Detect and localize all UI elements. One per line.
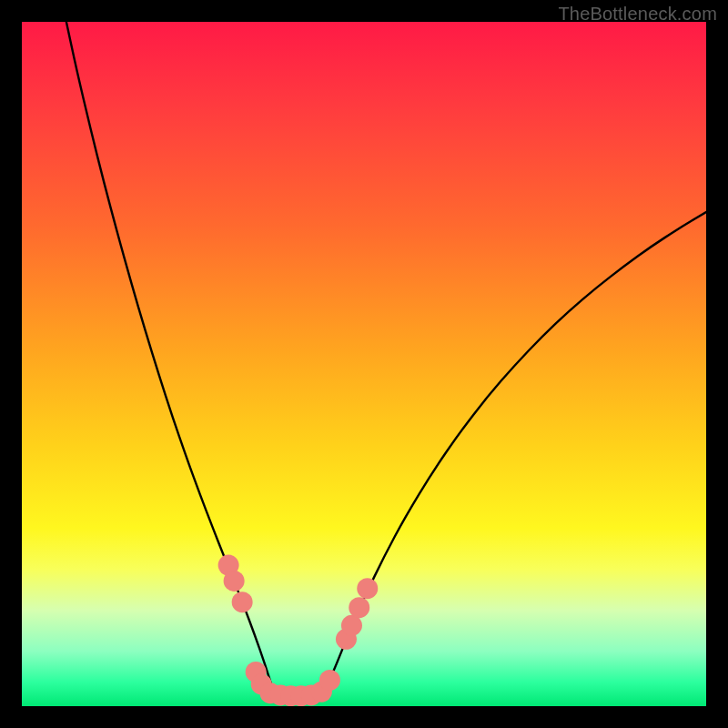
curve-layer — [22, 22, 706, 706]
chart-frame: TheBottleneck.com — [0, 0, 728, 728]
marker-point — [349, 597, 369, 618]
marker-point — [319, 670, 340, 691]
marker-point — [224, 571, 245, 592]
plot-area — [22, 22, 706, 706]
marker-point — [341, 615, 362, 636]
marker-point — [357, 578, 378, 599]
marker-point — [232, 592, 253, 612]
curve-right-curve — [323, 212, 706, 696]
watermark-text: TheBottleneck.com — [558, 4, 717, 25]
